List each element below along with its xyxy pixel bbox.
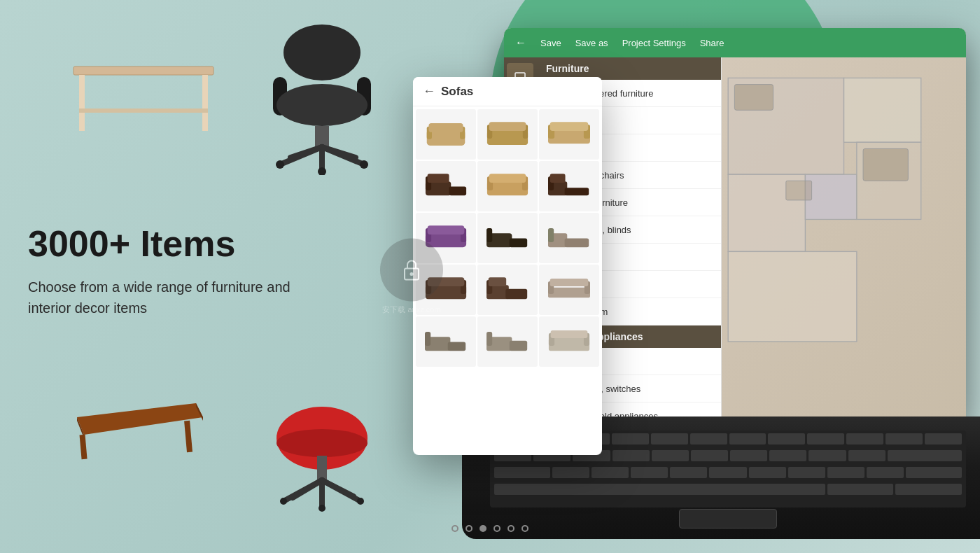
key	[690, 433, 727, 444]
svg-rect-84	[486, 332, 492, 346]
watermark: 安下载 anxz.com	[380, 239, 443, 315]
svg-rect-151	[786, 181, 812, 200]
key	[925, 433, 962, 444]
sofa-item[interactable]	[416, 161, 476, 211]
key	[827, 484, 894, 495]
key	[888, 450, 962, 461]
svg-point-14	[276, 160, 284, 169]
key	[592, 467, 629, 478]
svg-rect-44	[550, 122, 589, 131]
floating-chair	[252, 21, 392, 178]
svg-rect-54	[565, 188, 589, 195]
sofa-item[interactable]	[416, 109, 476, 160]
svg-rect-150	[734, 85, 773, 111]
topbar-back-btn[interactable]: ←	[515, 36, 526, 49]
key	[652, 450, 689, 461]
sofa-item[interactable]	[539, 265, 599, 315]
svg-rect-60	[428, 225, 465, 234]
svg-rect-88	[551, 330, 588, 338]
svg-rect-85	[549, 338, 589, 351]
key	[808, 450, 846, 461]
key	[867, 467, 904, 478]
floating-desk	[66, 38, 220, 146]
key	[848, 450, 886, 461]
svg-rect-78	[550, 279, 589, 286]
svg-rect-62	[510, 238, 527, 247]
svg-point-31	[357, 498, 364, 505]
share-btn[interactable]: Share	[700, 38, 724, 48]
project-settings-btn[interactable]: Project Settings	[622, 38, 686, 48]
svg-rect-49	[487, 181, 528, 195]
svg-rect-63	[486, 228, 492, 242]
key	[651, 433, 688, 444]
svg-line-29	[322, 480, 354, 496]
key	[749, 467, 786, 478]
svg-rect-46	[449, 186, 467, 195]
sofa-item[interactable]	[477, 316, 538, 367]
nav-dot-0[interactable]	[451, 525, 458, 532]
svg-point-30	[280, 498, 287, 505]
left-content: 3000+ Items Choose from a wide range of …	[28, 224, 322, 318]
key	[709, 467, 746, 478]
nav-dot-4[interactable]	[507, 525, 514, 532]
nav-dot-1[interactable]	[465, 525, 472, 532]
sofa-item[interactable]	[416, 316, 476, 367]
floating-stool	[266, 400, 378, 514]
spacebar	[494, 484, 825, 495]
key	[670, 467, 707, 478]
svg-rect-36	[428, 123, 463, 132]
sofa-item[interactable]	[477, 265, 538, 315]
watermark-circle	[380, 239, 443, 302]
floorplan-area	[722, 57, 966, 420]
svg-rect-83	[510, 341, 527, 351]
tablet-header: ← Sofas	[413, 77, 602, 106]
sofa-item[interactable]	[539, 213, 599, 263]
key	[846, 433, 883, 444]
nav-dot-3[interactable]	[493, 525, 500, 532]
key	[807, 433, 844, 444]
svg-rect-66	[548, 228, 554, 242]
key	[906, 467, 962, 478]
nav-dot-5[interactable]	[522, 525, 528, 532]
svg-rect-24	[317, 456, 327, 480]
sofa-item[interactable]	[539, 109, 599, 160]
tablet-panel-title: Sofas	[441, 85, 473, 99]
svg-rect-81	[425, 332, 430, 346]
headline: 3000+ Items	[28, 224, 322, 264]
trackpad[interactable]	[679, 509, 777, 528]
svg-rect-149	[728, 251, 857, 342]
save-as-btn[interactable]: Save as	[575, 38, 608, 48]
svg-rect-20	[80, 435, 88, 460]
floating-shelf	[70, 396, 203, 469]
svg-point-7	[276, 84, 368, 126]
back-arrow-icon[interactable]: ←	[423, 84, 435, 99]
sofa-item[interactable]	[477, 213, 538, 263]
save-btn[interactable]: Save	[540, 38, 561, 48]
sofa-item[interactable]	[477, 109, 538, 160]
svg-rect-0	[74, 66, 214, 75]
svg-point-23	[276, 429, 368, 457]
key	[494, 467, 550, 478]
svg-rect-65	[565, 238, 589, 247]
nav-dot-2[interactable]	[479, 525, 486, 532]
svg-point-32	[318, 505, 326, 512]
svg-marker-17	[77, 403, 203, 435]
svg-rect-80	[448, 342, 465, 351]
svg-rect-21	[184, 421, 192, 453]
sofa-item[interactable]	[539, 316, 599, 367]
key	[788, 467, 825, 478]
sofa-item[interactable]	[539, 161, 599, 211]
key	[552, 467, 589, 478]
svg-rect-3	[79, 108, 208, 113]
svg-rect-147	[805, 174, 856, 219]
watermark-text: 安下载 anxz.com	[380, 304, 443, 315]
svg-rect-52	[489, 174, 526, 183]
svg-rect-2	[202, 75, 208, 131]
key	[612, 433, 649, 444]
svg-rect-40	[489, 122, 526, 131]
key	[768, 433, 805, 444]
svg-rect-72	[505, 289, 527, 300]
sofa-item[interactable]	[477, 161, 538, 211]
svg-rect-48	[428, 174, 449, 183]
key	[631, 467, 668, 478]
